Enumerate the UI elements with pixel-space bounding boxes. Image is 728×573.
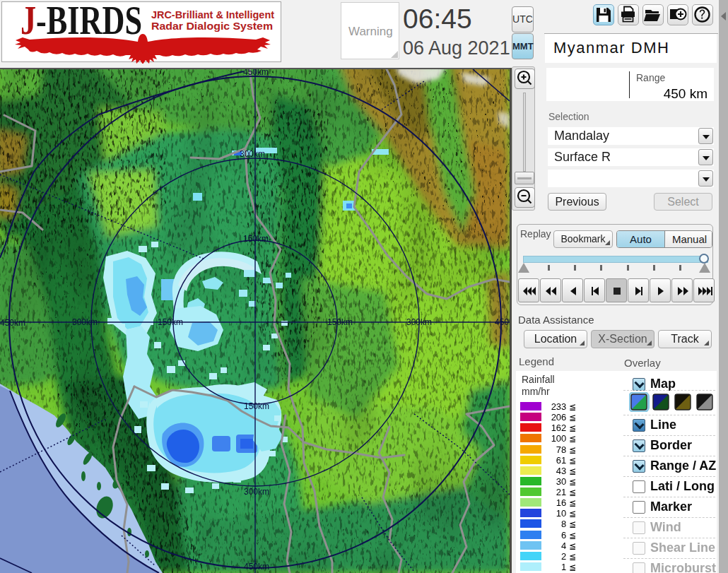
svg-text:Radar Dialogic System: Radar Dialogic System: [151, 20, 273, 32]
svg-text:300km: 300km: [244, 487, 269, 497]
svg-text:450km: 450km: [0, 318, 25, 328]
svg-text:150km: 150km: [243, 234, 269, 244]
svg-text:300km: 300km: [240, 149, 265, 159]
svg-text:150km: 150km: [158, 317, 183, 327]
svg-text:150km: 150km: [244, 401, 269, 411]
svg-text:450km: 450km: [244, 562, 269, 572]
svg-text:450km: 450km: [495, 317, 510, 327]
svg-text:450km: 450km: [243, 69, 269, 77]
svg-text:300km: 300km: [72, 317, 98, 327]
svg-text:150km: 150km: [327, 317, 353, 327]
svg-text:JRC-Brilliant & Intelligent: JRC-Brilliant & Intelligent: [151, 8, 274, 20]
svg-text:J-BIRDS: J-BIRDS: [20, 1, 142, 43]
svg-text:300km: 300km: [406, 317, 432, 327]
